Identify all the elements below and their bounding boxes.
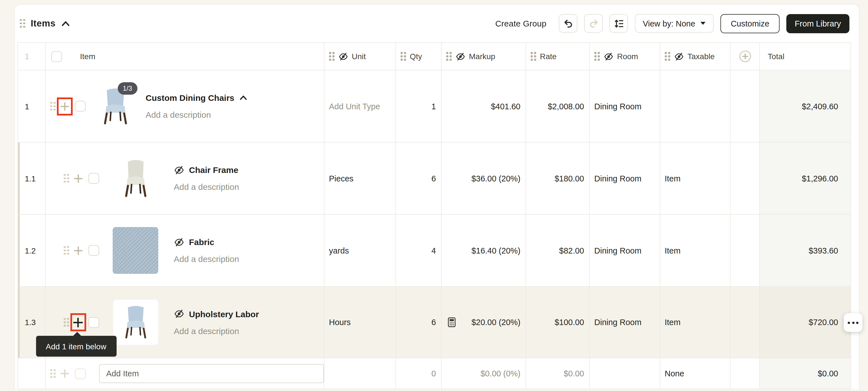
select-all-checkbox[interactable] xyxy=(51,51,62,62)
row-checkbox[interactable] xyxy=(88,173,99,184)
row-checkbox[interactable] xyxy=(88,245,99,256)
taxable-cell[interactable]: Item xyxy=(660,215,731,287)
plus-icon xyxy=(60,369,69,378)
header-total-label: Total xyxy=(768,52,784,61)
item-image[interactable]: 1/3 xyxy=(100,88,130,124)
items-panel: Items Create Group View by: None Cu xyxy=(0,0,868,391)
header-markup[interactable]: Markup xyxy=(442,42,526,70)
item-title[interactable]: Chair Frame xyxy=(189,165,238,175)
section-drag-handle[interactable] xyxy=(20,19,25,28)
row-more-actions-button[interactable] xyxy=(844,313,862,332)
row-checkbox[interactable] xyxy=(74,101,85,112)
room-cell[interactable]: Dining Room xyxy=(590,143,660,215)
column-drag-handle[interactable] xyxy=(446,52,452,61)
header-qty[interactable]: Qty xyxy=(396,42,442,70)
unit-cell[interactable]: Pieces xyxy=(324,143,396,215)
row-drag-handle[interactable] xyxy=(64,174,69,183)
header-taxable[interactable]: Taxable xyxy=(660,42,731,70)
unit-cell[interactable] xyxy=(324,358,396,389)
row-number: 1.1 xyxy=(18,143,45,215)
item-title[interactable]: Upholstery Labor xyxy=(189,309,259,319)
unit-cell[interactable]: Hours xyxy=(324,287,396,358)
header-unit[interactable]: Unit xyxy=(324,42,396,70)
qty-cell[interactable]: 6 xyxy=(396,143,442,215)
create-group-button[interactable]: Create Group xyxy=(495,19,546,28)
collapse-section-icon[interactable] xyxy=(61,21,69,26)
room-cell[interactable]: Dining Room xyxy=(590,287,660,358)
header-unit-label: Unit xyxy=(352,52,366,61)
item-image[interactable] xyxy=(112,160,159,197)
row-number xyxy=(18,358,45,389)
item-description-placeholder[interactable]: Add a description xyxy=(174,182,239,191)
extra-cell xyxy=(731,143,760,215)
taxable-cell[interactable]: Item xyxy=(660,143,731,215)
header-room-label: Room xyxy=(617,52,638,61)
qty-cell[interactable]: 6 xyxy=(396,287,442,358)
header-rate-label: Rate xyxy=(540,52,557,61)
rate-cell[interactable]: $180.00 xyxy=(526,143,590,215)
markup-cell[interactable]: $401.60 xyxy=(442,70,526,143)
rate-cell[interactable]: $2,008.00 xyxy=(526,70,590,143)
row-drag-handle xyxy=(50,369,56,378)
add-item-input[interactable] xyxy=(99,364,324,383)
row-drag-handle[interactable] xyxy=(50,102,56,111)
add-item-below-button[interactable] xyxy=(59,101,69,111)
row-checkbox[interactable] xyxy=(88,317,99,328)
column-drag-handle[interactable] xyxy=(594,52,599,61)
taxable-cell[interactable]: None xyxy=(660,358,731,389)
item-description-placeholder[interactable]: Add a description xyxy=(174,326,259,335)
extra-cell xyxy=(731,358,760,389)
qty-cell[interactable]: 0 xyxy=(396,358,442,389)
add-item-below-button[interactable]: Add 1 item below xyxy=(73,317,83,327)
item-description-placeholder[interactable]: Add a description xyxy=(174,254,239,264)
item-image[interactable] xyxy=(112,300,159,345)
item-image[interactable] xyxy=(112,227,159,274)
markup-cell[interactable]: $0.00 (0%) xyxy=(442,358,526,389)
customize-button[interactable]: Customize xyxy=(721,14,780,33)
rate-cell[interactable]: $82.00 xyxy=(526,215,590,287)
rate-cell[interactable]: $0.00 xyxy=(526,358,590,389)
fabric-swatch-image xyxy=(113,227,158,274)
undo-button[interactable] xyxy=(559,14,577,33)
qty-cell[interactable]: 1 xyxy=(396,70,442,143)
add-item-below-button xyxy=(59,368,69,379)
room-cell[interactable] xyxy=(590,358,660,389)
collapse-subitems-icon[interactable] xyxy=(239,95,247,100)
item-title[interactable]: Custom Dining Chairs xyxy=(146,93,234,102)
view-by-label: View by: None xyxy=(643,19,695,28)
redo-button xyxy=(584,14,603,33)
rate-cell[interactable]: $100.00 xyxy=(526,287,590,358)
room-cell[interactable]: Dining Room xyxy=(590,70,660,143)
markup-cell[interactable]: $20.00 (20%) xyxy=(442,287,526,358)
view-by-dropdown[interactable]: View by: None xyxy=(635,14,714,33)
taxable-cell[interactable] xyxy=(660,70,731,143)
header-add-column[interactable] xyxy=(731,42,760,70)
item-title[interactable]: Fabric xyxy=(189,237,214,247)
markup-cell[interactable]: $36.00 (20%) xyxy=(442,143,526,215)
column-drag-handle[interactable] xyxy=(401,52,406,61)
add-item-below-button[interactable] xyxy=(73,173,83,183)
add-item-below-button[interactable] xyxy=(73,245,83,255)
qty-cell[interactable]: 4 xyxy=(396,215,442,287)
item-description-placeholder[interactable]: Add a description xyxy=(146,110,247,119)
from-library-button[interactable]: From Library xyxy=(786,14,849,33)
hidden-item-icon xyxy=(174,309,184,318)
header-taxable-label: Taxable xyxy=(687,52,715,61)
redo-icon xyxy=(588,18,598,28)
unit-cell[interactable]: yards xyxy=(324,215,396,287)
calculator-icon[interactable] xyxy=(447,317,456,327)
unit-cell[interactable]: Add Unit Type xyxy=(324,70,396,143)
header-rate[interactable]: Rate xyxy=(526,42,590,70)
room-cell[interactable]: Dining Room xyxy=(590,215,660,287)
markup-cell[interactable]: $16.40 (20%) xyxy=(442,215,526,287)
row-height-button[interactable] xyxy=(610,14,628,33)
column-drag-handle[interactable] xyxy=(329,52,334,61)
annotation-highlight-box xyxy=(57,97,72,115)
column-drag-handle[interactable] xyxy=(531,52,536,61)
header-room[interactable]: Room xyxy=(590,42,660,70)
taxable-cell[interactable]: Item xyxy=(660,287,731,358)
chevron-down-icon xyxy=(701,22,706,25)
row-drag-handle[interactable] xyxy=(64,318,69,327)
column-drag-handle[interactable] xyxy=(665,52,670,61)
row-drag-handle[interactable] xyxy=(64,246,69,255)
